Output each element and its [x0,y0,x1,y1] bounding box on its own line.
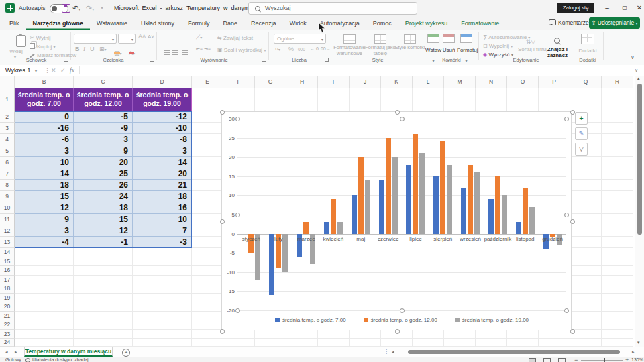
bar-październik-s0[interactable] [488,199,494,233]
hscroll-thumb[interactable] [408,350,620,354]
sign-in-button[interactable]: Zaloguj się [557,3,594,13]
bar-kwiecień-s0[interactable] [324,222,329,233]
fill-button[interactable]: ⊡ Wypełnij ▾ [483,42,513,50]
fill-color-button[interactable]: ▨▾ [114,46,122,58]
number-format-select[interactable]: Ogólne▾ [274,34,326,44]
menu-tab-narzędzia-główne[interactable]: Narzędzia główne [26,17,91,30]
menu-tab-projekt-wykresu[interactable]: Projekt wykresu [398,17,455,30]
row-header-17[interactable]: 17 [0,276,15,285]
menu-tab-formatowanie[interactable]: Formatowanie [454,17,506,30]
row-header-2[interactable]: 2 [0,111,15,123]
plot-area-selection-handle[interactable] [564,308,569,313]
menu-tab-recenzja[interactable]: Recenzja [244,17,283,30]
column-header-F[interactable]: F [223,76,255,88]
table-header-cell[interactable]: średnia temp. o godz. 19.00 [133,88,192,111]
bar-sierpień-s2[interactable] [447,165,452,234]
table-data-cell[interactable]: -5 [74,111,133,123]
clear-button[interactable]: ◈ Wyczyść ▾ [483,51,513,59]
font-color-button[interactable]: A▾ [129,46,135,58]
chart-selection-handle[interactable] [570,219,575,224]
align-bottom-icons[interactable] [164,46,188,58]
italic-button[interactable]: I [83,46,85,52]
column-header-D[interactable]: D [133,76,192,88]
borders-button[interactable]: ⊞▾ [99,46,107,52]
plot-area-selection-handle[interactable] [564,213,569,217]
bar-maj-s0[interactable] [352,195,357,233]
column-header-R[interactable]: R [602,76,633,88]
chart-elements-button[interactable]: + [575,112,588,125]
chart-selection-handle[interactable] [220,110,225,115]
zoom-in-button[interactable]: + [625,357,629,362]
column-header-O[interactable]: O [507,76,539,88]
bar-listopad-s0[interactable] [516,222,521,233]
row-header-11[interactable]: 11 [0,214,15,225]
cancel-entry-button[interactable]: ✕ [51,65,56,76]
column-header-C[interactable]: C [74,76,133,88]
bar-lipiec-s2[interactable] [419,153,425,233]
percent-format-button[interactable]: % [288,46,294,52]
plot-area-selection-handle[interactable] [235,213,240,217]
minimize-button[interactable]: – [602,0,612,16]
table-data-cell[interactable]: -16 [15,123,74,134]
row-header-21[interactable]: 21 [0,312,15,321]
row-header-4[interactable]: 4 [0,134,15,145]
redo-button[interactable]: ↷▾ [86,0,94,17]
row-header-24[interactable]: 24 [0,339,15,347]
bar-wrzesień-s0[interactable] [461,188,466,234]
bold-button[interactable]: B [75,46,80,52]
table-data-cell[interactable]: 18 [74,202,133,214]
row-header-12[interactable]: 12 [0,225,15,237]
bar-marzec-s1[interactable] [303,222,309,233]
table-data-cell[interactable]: 7 [133,225,192,237]
bar-wrzesień-s2[interactable] [474,172,480,234]
column-header-M[interactable]: M [444,76,476,88]
bar-lipiec-s1[interactable] [413,134,418,234]
table-data-cell[interactable]: 20 [133,168,192,180]
plot-area-selection-handle[interactable] [564,117,569,121]
table-data-cell[interactable]: -3 [133,237,192,248]
tab-split-handle[interactable]: ⋮ [384,349,389,355]
table-data-cell[interactable]: -9 [74,123,133,134]
table-header-cell[interactable]: średnia temp. o godz. 12.00 [74,88,133,111]
row-header-5[interactable]: 5 [0,145,15,157]
chart-selection-handle[interactable] [570,329,575,334]
bar-lipiec-s0[interactable] [406,165,411,234]
table-data-cell[interactable]: 18 [133,191,192,202]
save-icon[interactable] [62,4,70,13]
normal-view-button[interactable] [529,358,536,362]
hscroll-left-icon[interactable]: ◂ [392,349,394,355]
row-header-6[interactable]: 6 [0,157,15,168]
chart-selection-handle[interactable] [220,329,225,334]
column-header-B[interactable]: B [15,76,74,88]
plot-area-selection-handle[interactable] [400,308,405,313]
table-data-cell[interactable]: 20 [74,157,133,168]
table-data-cell[interactable]: 16 [133,202,192,214]
chart-selection-handle[interactable] [395,329,400,334]
column-header-Q[interactable]: Q [570,76,602,88]
bar-październik-s1[interactable] [495,176,500,234]
table-data-cell[interactable]: 3 [15,225,74,237]
chart-selection-handle[interactable] [395,110,400,115]
sheet-prev-icon[interactable]: ◂ [5,349,8,355]
row-header-3[interactable]: 3 [0,123,15,134]
chart-filters-button[interactable]: ▽ [575,143,588,156]
sheet-next-icon[interactable]: ▸ [15,349,17,355]
font-name-select[interactable]: ▾ [74,34,117,44]
table-data-cell[interactable]: -6 [15,134,74,145]
table-data-cell[interactable]: 9 [74,145,133,157]
name-box[interactable]: Wykres 1 [5,65,30,76]
column-header-P[interactable]: P [539,76,570,88]
row-header-19[interactable]: 19 [0,294,15,303]
scroll-down-icon[interactable]: ▾ [637,340,640,345]
row-header-10[interactable]: 10 [0,202,15,214]
row-header-20[interactable]: 20 [0,302,15,312]
expand-formula-bar-icon[interactable]: ∨ [635,65,638,76]
row-header-18[interactable]: 18 [0,284,15,294]
copy-button[interactable]: Kopiuj ▾ [30,43,56,51]
row-header-9[interactable]: 9 [0,191,15,202]
orientation-button[interactable]: ⟋▾ [196,34,202,41]
table-data-cell[interactable]: -1 [74,237,133,248]
table-header-cell[interactable]: średnia temp. o godz. 7.00 [15,88,74,111]
row-header-15[interactable]: 15 [0,257,15,267]
font-dialog-launcher[interactable] [150,58,154,62]
